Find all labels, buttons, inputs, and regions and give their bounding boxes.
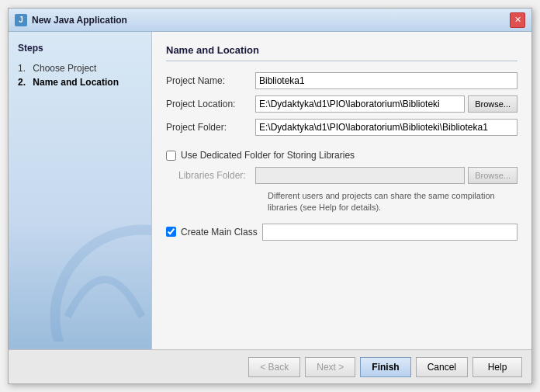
steps-heading: Steps (18, 43, 142, 54)
create-main-class-label: Create Main Class (181, 227, 258, 238)
back-button[interactable]: < Back (248, 357, 300, 377)
main-panel: Name and Location Project Name: Project … (152, 32, 531, 349)
libraries-folder-input[interactable] (255, 167, 465, 184)
step-1-number: 1. (18, 63, 30, 74)
project-folder-input[interactable] (255, 119, 518, 136)
libraries-folder-label: Libraries Folder: (178, 170, 255, 181)
libraries-browse-button[interactable]: Browse... (468, 167, 518, 184)
libraries-folder-row: Libraries Folder: Browse... (178, 167, 518, 184)
dedicated-folder-checkbox[interactable] (166, 151, 176, 161)
main-class-input[interactable] (262, 224, 518, 241)
finish-button[interactable]: Finish (360, 357, 410, 377)
step-1-label: Choose Project (33, 63, 96, 74)
next-button[interactable]: Next > (305, 357, 355, 377)
libraries-hint: Different users and projects can share t… (268, 190, 516, 214)
step-2-item: 2. Name and Location (18, 75, 142, 89)
step-1-item: 1. Choose Project (18, 61, 142, 75)
close-button[interactable]: ✕ (510, 12, 525, 28)
dialog-content: Steps 1. Choose Project 2. Name and Loca… (9, 32, 531, 349)
dialog-footer: < Back Next > Finish Cancel Help (9, 349, 531, 383)
project-name-label: Project Name: (166, 75, 255, 86)
sidebar-watermark (43, 217, 152, 342)
help-button[interactable]: Help (472, 357, 522, 377)
project-name-input[interactable] (255, 72, 518, 89)
step-2-label: Name and Location (33, 77, 119, 88)
project-location-row: Project Location: Browse... (166, 95, 518, 113)
cancel-button[interactable]: Cancel (416, 357, 468, 377)
create-main-class-checkbox[interactable] (166, 227, 176, 237)
dedicated-folder-row: Use Dedicated Folder for Storing Librari… (166, 150, 518, 161)
project-folder-label: Project Folder: (166, 122, 255, 133)
project-location-label: Project Location: (166, 99, 255, 109)
dedicated-folder-label: Use Dedicated Folder for Storing Librari… (181, 150, 355, 161)
title-bar: J New Java Application ✕ (9, 9, 531, 32)
window-title: New Java Application (32, 15, 510, 26)
app-icon: J (15, 14, 27, 26)
panel-title: Name and Location (166, 44, 518, 61)
project-location-input[interactable] (255, 95, 465, 113)
create-main-class-row: Create Main Class (166, 224, 518, 241)
steps-sidebar: Steps 1. Choose Project 2. Name and Loca… (9, 32, 152, 349)
dialog-window: J New Java Application ✕ Steps 1. Choose… (8, 8, 532, 384)
project-name-row: Project Name: (166, 72, 518, 89)
steps-list: 1. Choose Project 2. Name and Location (18, 61, 142, 89)
svg-point-0 (55, 230, 152, 342)
project-location-browse-button[interactable]: Browse... (468, 95, 518, 113)
project-folder-row: Project Folder: (166, 119, 518, 136)
step-2-number: 2. (18, 77, 30, 88)
